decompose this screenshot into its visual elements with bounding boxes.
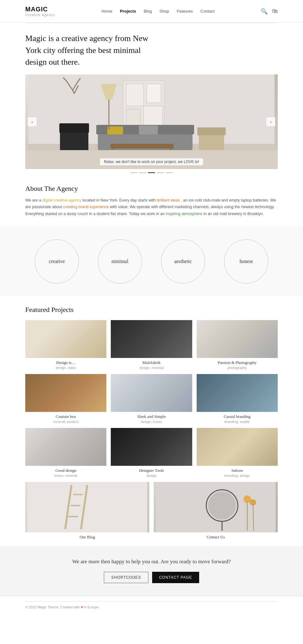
hero-title: Magic is a creative agency from New York…: [25, 32, 158, 68]
hero-section: Magic is a creative agency from New York…: [0, 23, 303, 74]
nav-features[interactable]: Features: [177, 9, 193, 14]
project-title-contact: Contact Us: [154, 535, 278, 540]
nav-blog[interactable]: Blog: [144, 9, 152, 14]
project-thumbnail-blog: [25, 482, 149, 532]
project-item-contact[interactable]: Contact Us: [154, 482, 278, 540]
about-highlight-brand: creating brand experience: [63, 205, 109, 209]
value-aesthetic: aesthetic: [161, 239, 205, 284]
project-tags: photography: [197, 366, 278, 370]
project-item[interactable]: Designer Tools design: [111, 428, 192, 477]
project-tags: design, minimal: [111, 366, 192, 370]
project-title-blog: Our Blog: [25, 535, 149, 540]
cta-buttons: SHORTCODES CONTACT PAGE: [25, 572, 278, 583]
nav-icons: 🔍 🛍: [261, 8, 278, 15]
project-thumbnail: [25, 374, 106, 412]
project-title: Good design: [25, 468, 106, 473]
slider-prev-button[interactable]: ‹: [28, 117, 37, 126]
project-thumbnail: [111, 374, 192, 412]
project-title: Passion & Photography: [197, 360, 278, 365]
project-item[interactable]: Saloon branding, design: [197, 428, 278, 477]
svg-rect-11: [60, 131, 88, 151]
slider-dot-5[interactable]: [166, 172, 173, 173]
logo-title: MAGIC: [25, 6, 55, 13]
slider-dot-4[interactable]: [157, 172, 164, 173]
header: MAGIC Creative Agency Home Projects Blog…: [0, 0, 303, 23]
nav-projects[interactable]: Projects: [120, 9, 136, 14]
values-section: creative minimal aesthetic honest: [0, 227, 303, 296]
project-tags: branding, design: [197, 474, 278, 477]
about-heading: About The Agency: [25, 184, 278, 193]
project-item[interactable]: Sleek and Simple design, luxury: [111, 374, 192, 424]
project-thumbnail: [197, 428, 278, 466]
project-item[interactable]: Passion & Photography photography: [197, 320, 278, 370]
project-thumbnail: [25, 320, 106, 358]
project-tags: design: [111, 474, 192, 477]
project-tags: braun, minimal: [25, 474, 106, 477]
about-highlight-atmosphere: inspiring atmosphere: [166, 212, 202, 216]
project-thumbnail: [197, 374, 278, 412]
project-tags: design, video: [25, 366, 106, 370]
nav-shop[interactable]: Shop: [159, 9, 169, 14]
project-item[interactable]: Couture box minimal, product: [25, 374, 106, 424]
slider-next-button[interactable]: ›: [266, 117, 275, 126]
slider-dot-2[interactable]: [139, 172, 146, 173]
project-item[interactable]: Good design braun, minimal: [25, 428, 106, 477]
value-creative: creative: [35, 239, 79, 284]
about-highlight-ideas: brilliant ideas ,: [157, 198, 182, 202]
value-minimal: minimal: [98, 239, 142, 284]
slider-dots: [25, 169, 278, 175]
projects-grid: Design is… design, video Malzfabrik desi…: [25, 320, 278, 477]
svg-rect-10: [139, 126, 158, 134]
project-tags: minimal, product: [25, 420, 106, 424]
slider-image: [25, 74, 278, 169]
slider-caption: Relax, we don't like to work on your pro…: [100, 158, 203, 165]
value-honest: honest: [224, 239, 268, 284]
svg-point-29: [208, 492, 236, 519]
slider-svg: [25, 74, 278, 169]
project-title: Saloon: [197, 468, 278, 473]
project-tags: design, luxury: [111, 420, 192, 424]
slider-dot-3[interactable]: [148, 172, 155, 173]
project-tags: branding, seatile: [197, 420, 278, 424]
project-thumbnail: [197, 320, 278, 358]
project-title: Designer Tools: [111, 468, 192, 473]
about-text: We are a digital creative agency located…: [25, 197, 278, 217]
project-title: Couture box: [25, 414, 106, 419]
search-icon[interactable]: 🔍: [261, 8, 268, 15]
project-item[interactable]: Design is… design, video: [25, 320, 106, 370]
project-thumbnail: [111, 320, 192, 358]
project-thumbnail-contact: [154, 482, 278, 532]
cart-icon[interactable]: 🛍: [272, 8, 278, 15]
slider: ‹ › Relax, we don't like to work on your…: [25, 74, 278, 169]
nav-contact[interactable]: Contact: [200, 9, 215, 14]
about-highlight-agency: digital creative agency: [42, 198, 81, 202]
logo-subtitle: Creative Agency: [25, 13, 55, 17]
projects-wide-grid: Our Blog Contact Us: [25, 482, 278, 540]
slider-dot-1[interactable]: [130, 172, 137, 173]
nav-home[interactable]: Home: [101, 9, 112, 14]
project-item[interactable]: Casual branding branding, seatile: [197, 374, 278, 424]
heart-icon: ♥: [81, 605, 83, 609]
svg-rect-4: [147, 84, 161, 103]
project-thumbnail: [25, 428, 106, 466]
shortcodes-button[interactable]: SHORTCODES: [104, 572, 148, 583]
footer-divider: [25, 601, 278, 601]
logo-block: MAGIC Creative Agency: [25, 6, 55, 17]
svg-rect-15: [110, 144, 174, 149]
projects-heading: Featured Projects: [25, 306, 278, 314]
svg-rect-3: [126, 84, 144, 106]
about-section: About The Agency We are a digital creati…: [0, 178, 303, 227]
slider-section: ‹ › Relax, we don't like to work on your…: [0, 74, 303, 178]
contact-page-button[interactable]: CONTACT PAGE: [152, 572, 199, 583]
svg-rect-19: [197, 127, 226, 135]
project-thumbnail: [111, 428, 192, 466]
project-item-blog[interactable]: Our Blog: [25, 482, 149, 540]
project-item[interactable]: Malzfabrik design, minimal: [111, 320, 192, 370]
svg-rect-9: [107, 126, 123, 134]
project-title: Casual branding: [197, 414, 278, 419]
projects-section: Featured Projects Design is… design, vid…: [0, 296, 303, 546]
svg-rect-12: [59, 123, 89, 133]
main-nav: Home Projects Blog Shop Features Contact: [101, 9, 215, 14]
project-title: Design is…: [25, 360, 106, 365]
footer: © 2022 Magic Theme. Created with ♥ in Eu…: [0, 596, 303, 614]
